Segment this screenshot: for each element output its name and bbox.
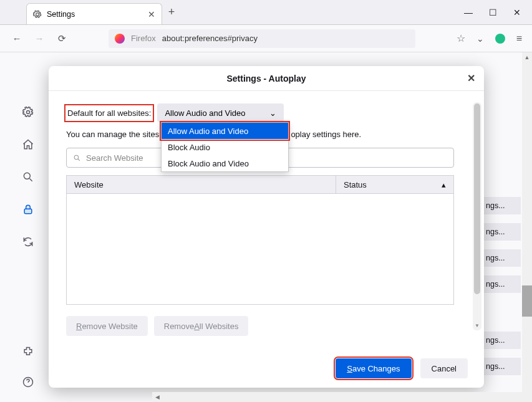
helper-text-left: You can manage the sites — [66, 130, 159, 139]
browser-tab[interactable]: Settings ✕ — [26, 3, 162, 24]
option-block-audio[interactable]: Block Audio — [162, 139, 288, 155]
minimize-button[interactable]: ― — [464, 7, 473, 17]
default-select-dropdown: Allow Audio and Video Block Audio Block … — [161, 122, 289, 172]
option-block-audio-video[interactable]: Block Audio and Video — [162, 155, 288, 171]
dialog-close-button[interactable]: ✕ — [467, 72, 475, 84]
bg-settings-button: ngs... — [483, 332, 521, 349]
forward-button: → — [32, 33, 46, 44]
sidebar-bottom — [0, 346, 56, 391]
bg-settings-button: ngs... — [483, 275, 521, 293]
close-icon[interactable]: ✕ — [148, 9, 155, 19]
option-allow-audio-video[interactable]: Allow Audio and Video — [162, 123, 288, 139]
column-website[interactable]: Website — [67, 176, 336, 193]
browser-toolbar: ← → ⟳ Firefox about:preferences#privacy … — [0, 25, 532, 52]
svg-rect-2 — [24, 209, 32, 214]
dialog-header: Settings - Autoplay ✕ — [49, 66, 484, 91]
default-label: Default for all websites: — [66, 106, 152, 120]
remove-website-button: Remove Website — [66, 316, 148, 336]
chevron-down-icon: ⌄ — [269, 108, 276, 118]
extension-icon[interactable] — [495, 34, 505, 44]
general-icon[interactable] — [22, 106, 34, 121]
close-window-button[interactable]: ✕ — [513, 7, 521, 17]
svg-point-4 — [74, 155, 79, 160]
sort-asc-icon: ▴ — [442, 180, 446, 189]
home-icon[interactable] — [22, 138, 34, 153]
bg-settings-button: ngs... — [483, 197, 521, 214]
bg-settings-button: ngs... — [483, 358, 521, 375]
back-button[interactable]: ← — [10, 33, 24, 44]
helper-text-right: oplay settings here. — [291, 130, 361, 139]
window-titlebar: Settings ✕ + ― ☐ ✕ — [0, 0, 532, 25]
bg-settings-button: ngs... — [483, 223, 521, 241]
select-value: Allow Audio and Video — [165, 108, 245, 118]
dialog-body: ▼ Default for all websites: Allow Audio … — [49, 91, 484, 349]
maximize-button[interactable]: ☐ — [489, 7, 497, 17]
pocket-icon[interactable]: ⌄ — [476, 34, 484, 44]
scroll-up-icon[interactable]: ▲ — [522, 52, 532, 62]
scrollbar-thumb[interactable] — [474, 103, 480, 294]
column-status[interactable]: Status ▴ — [336, 180, 453, 189]
svg-point-1 — [24, 173, 30, 179]
reload-button[interactable]: ⟳ — [55, 33, 69, 44]
sync-icon[interactable] — [22, 236, 34, 251]
dialog-footer: Save Changes Cancel — [49, 349, 484, 388]
gear-icon — [33, 10, 42, 19]
save-changes-button[interactable]: Save Changes — [336, 358, 411, 378]
default-select[interactable]: Allow Audio and Video ⌄ — [157, 103, 284, 122]
bookmark-icon[interactable]: ☆ — [457, 32, 465, 44]
dialog-title: Settings - Autoplay — [226, 74, 306, 84]
address-url: about:preferences#privacy — [162, 34, 258, 43]
remove-all-websites-button: Remove All Websites — [154, 316, 249, 336]
new-tab-button[interactable]: + — [162, 6, 181, 19]
tab-title: Settings — [47, 10, 75, 19]
firefox-icon — [115, 34, 125, 44]
search-icon — [73, 154, 81, 162]
cancel-button[interactable]: Cancel — [420, 358, 468, 378]
settings-sidebar — [0, 52, 56, 251]
window-controls: ― ☐ ✕ — [464, 7, 532, 17]
table-body-empty — [66, 194, 454, 305]
address-product: Firefox — [131, 34, 156, 43]
page-scrollbar[interactable]: ▲ — [522, 52, 532, 402]
address-bar[interactable]: Firefox about:preferences#privacy — [109, 29, 415, 48]
scroll-down-icon[interactable]: ▼ — [473, 322, 481, 330]
menu-icon[interactable]: ≡ — [516, 33, 522, 44]
search-nav-icon[interactable] — [22, 171, 34, 186]
extensions-icon[interactable] — [22, 346, 34, 361]
autoplay-settings-dialog: Settings - Autoplay ✕ ▼ Default for all … — [49, 66, 484, 388]
table-header: Website Status ▴ — [66, 175, 454, 194]
help-icon[interactable] — [22, 376, 34, 391]
scrollbar-thumb[interactable] — [522, 285, 532, 317]
search-placeholder: Search Website — [86, 153, 143, 163]
bg-settings-button: ngs... — [483, 249, 521, 267]
column-status-label: Status — [344, 180, 367, 189]
dialog-scrollbar[interactable]: ▼ — [473, 102, 481, 330]
privacy-icon[interactable] — [22, 203, 34, 218]
svg-point-0 — [27, 111, 30, 114]
scroll-left-icon[interactable]: ◀ — [152, 394, 162, 400]
horizontal-scrollbar[interactable]: ◀ — [152, 392, 523, 402]
